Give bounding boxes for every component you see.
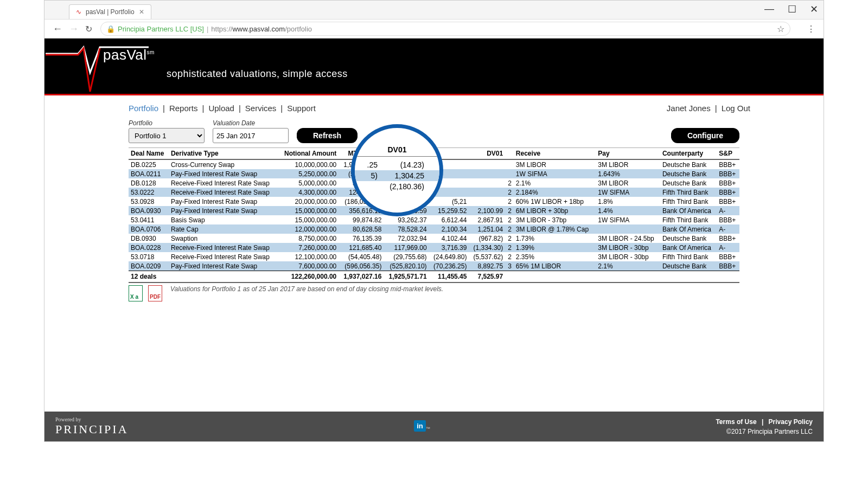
logo: pasValsm xyxy=(66,47,155,63)
col-header[interactable]: Fair Value xyxy=(384,148,429,160)
tab-title: pasVal | Portfolio xyxy=(86,8,135,16)
portfolio-select[interactable]: Portfolio 1 xyxy=(129,128,205,143)
secure-org: Principia Partners LLC [US] xyxy=(118,25,204,33)
table-row[interactable]: BOA.0228Receive-Fixed Interest Rate Swap… xyxy=(129,243,739,252)
terms-link[interactable]: Terms of Use xyxy=(716,418,756,426)
url-path: /portfolio xyxy=(285,25,312,33)
col-header[interactable]: Receive xyxy=(514,148,596,160)
user-name[interactable]: Janet Jones xyxy=(667,104,711,113)
col-header[interactable]: Derivative Type xyxy=(169,148,278,160)
portfolio-label: Portfolio xyxy=(129,119,205,127)
table-row[interactable]: 53.0928Pay-Fixed Interest Rate Swap20,00… xyxy=(129,197,739,206)
powered-by-label: Powered by xyxy=(55,416,129,422)
tab-favicon-icon: ∿ xyxy=(76,8,81,16)
menu-icon[interactable]: ⋮ xyxy=(807,24,815,34)
table-row[interactable]: DB.0930Swaption8,750,000.0076,135.3972,0… xyxy=(129,234,739,243)
valuation-date-label: Valuation Date xyxy=(213,119,289,127)
reload-icon[interactable]: ↻ xyxy=(85,24,92,34)
url-prefix: https:// xyxy=(211,25,232,33)
tab-close-icon[interactable]: ✕ xyxy=(139,8,144,16)
url-input[interactable]: 🔒 Principia Partners LLC [US] | https://… xyxy=(100,22,790,36)
col-header[interactable] xyxy=(505,148,514,160)
nav-row: Portfolio|Reports|Upload|Services|Suppor… xyxy=(44,95,824,119)
col-header[interactable]: Deal Name xyxy=(129,148,169,160)
footer-brand: PRINCIPIA xyxy=(55,422,129,436)
table-row[interactable]: BOA.0930Pay-Fixed Interest Rate Swap15,0… xyxy=(129,206,739,215)
maximize-icon[interactable]: ☐ xyxy=(788,3,796,15)
content-area: pasValsm sophisticated valuations, simpl… xyxy=(44,38,824,441)
logout-link[interactable]: Log Out xyxy=(722,104,750,113)
export-excel-icon[interactable]: X a xyxy=(129,285,143,301)
nav-item-upload[interactable]: Upload xyxy=(208,104,234,113)
tab-bar: ∿ pasVal | Portfolio ✕ xyxy=(44,1,824,20)
url-host: www.pasval.com xyxy=(232,25,285,33)
table-row[interactable]: 53.0411Basis Swap15,000,000.0099,874.829… xyxy=(129,215,739,224)
table-row[interactable]: BOA.0211Pay-Fixed Interest Rate Swap5,25… xyxy=(129,169,739,178)
tagline: sophisticated valuations, simple access xyxy=(167,68,348,80)
nav-item-portfolio[interactable]: Portfolio xyxy=(129,104,158,113)
lock-icon: 🔒 xyxy=(106,25,115,33)
col-header[interactable]: DV01 xyxy=(469,148,505,160)
col-header[interactable]: S&P xyxy=(717,148,739,160)
footnote: Valuations for Portfolio 1 as of 25 Jan … xyxy=(170,285,443,293)
header-divider xyxy=(44,94,824,95)
bookmark-icon[interactable]: ☆ xyxy=(777,24,784,34)
linkedin-link[interactable]: in™ xyxy=(414,422,430,431)
col-header[interactable]: Counterparty xyxy=(660,148,717,160)
col-header[interactable]: MTM Value xyxy=(339,148,384,160)
linkedin-icon: in xyxy=(414,420,426,432)
window-controls: — ☐ ✕ xyxy=(764,3,818,15)
export-pdf-icon[interactable]: PDF xyxy=(148,285,162,301)
close-icon[interactable]: ✕ xyxy=(810,3,818,15)
col-header[interactable] xyxy=(429,148,469,160)
back-icon[interactable]: ← xyxy=(53,23,63,35)
table-row[interactable]: BOA.0209Pay-Fixed Interest Rate Swap7,60… xyxy=(129,261,739,271)
site-footer: Powered by PRINCIPIA in™ Terms of Use | … xyxy=(44,412,824,441)
site-header: pasValsm sophisticated valuations, simpl… xyxy=(44,38,824,95)
nav-item-support[interactable]: Support xyxy=(287,104,316,113)
minimize-icon[interactable]: — xyxy=(764,3,774,15)
col-header[interactable]: Notional Amount xyxy=(278,148,339,160)
nav-item-services[interactable]: Services xyxy=(245,104,277,113)
valuation-date-input[interactable] xyxy=(213,128,289,143)
privacy-link[interactable]: Privacy Policy xyxy=(769,418,813,426)
browser-window: — ☐ ✕ ∿ pasVal | Portfolio ✕ ← → ↻ 🔒 Pri… xyxy=(44,0,824,442)
address-bar: ← → ↻ 🔒 Principia Partners LLC [US] | ht… xyxy=(44,20,824,38)
col-header[interactable]: Pay xyxy=(596,148,660,160)
table-row[interactable]: BOA.0706Rate Cap12,000,000.0080,628.5878… xyxy=(129,224,739,234)
configure-button[interactable]: Configure xyxy=(671,128,739,143)
browser-tab[interactable]: ∿ pasVal | Portfolio ✕ xyxy=(69,4,151,19)
table-wrap: Deal NameDerivative TypeNotional AmountM… xyxy=(44,143,824,301)
table-row[interactable]: 53.0222Receive-Fixed Interest Rate Swap4… xyxy=(129,188,739,197)
portfolio-table: Deal NameDerivative TypeNotional AmountM… xyxy=(129,147,739,283)
refresh-button[interactable]: Refresh xyxy=(297,128,358,143)
nav-item-reports[interactable]: Reports xyxy=(169,104,198,113)
forward-icon[interactable]: → xyxy=(69,23,80,35)
table-row[interactable]: 53.0718Receive-Fixed Interest Rate Swap1… xyxy=(129,252,739,261)
copyright: ©2017 Principia Partners LLC xyxy=(716,428,813,435)
table-row[interactable]: DB.0225Cross-Currency Swap10,000,000.001… xyxy=(129,159,739,169)
filter-row: Portfolio Portfolio 1 Valuation Date Ref… xyxy=(44,119,824,143)
table-row[interactable]: DB.0128Receive-Fixed Interest Rate Swap5… xyxy=(129,178,739,188)
